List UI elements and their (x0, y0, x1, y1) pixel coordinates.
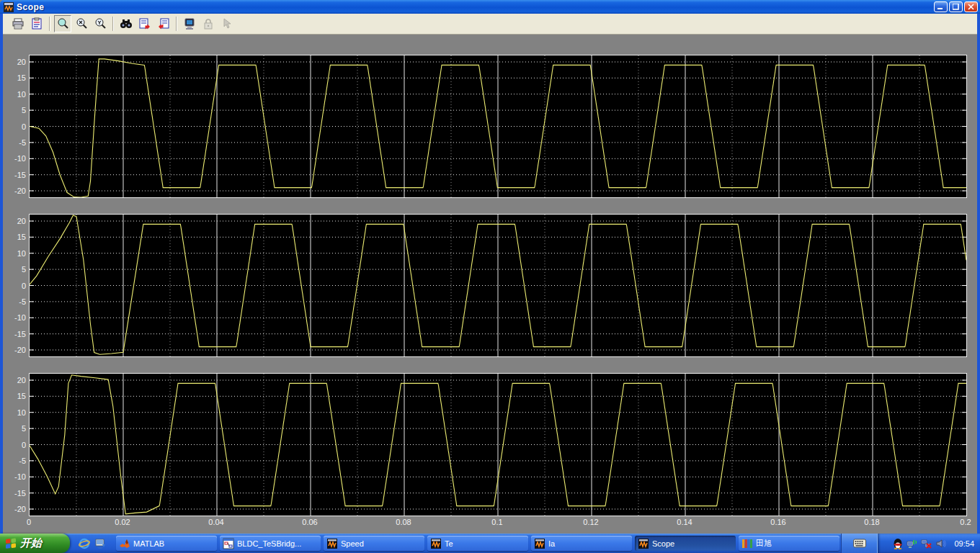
x-tick-label: 0.06 (294, 518, 326, 526)
matlab-icon (119, 538, 130, 549)
quick-launch-bar (70, 534, 115, 553)
taskbar-item-label: BLDC_TeSBridg... (237, 539, 301, 548)
y-tick-label: 0 (12, 122, 26, 131)
x-tick-label: 0.1 (481, 518, 513, 526)
scope-axes-3: 20151050-5-10-15-20 (12, 373, 967, 516)
y-tick-label: 5 (12, 424, 26, 433)
window-border-left (0, 14, 3, 534)
y-tick-label: 5 (12, 265, 26, 274)
taskbar-item-te[interactable]: Te (427, 536, 528, 551)
y-tick-label: -10 (12, 154, 26, 163)
save-axes-settings-button[interactable] (136, 15, 153, 32)
qq-icon[interactable] (892, 538, 904, 549)
y-tick-label: 20 (12, 217, 26, 225)
x-tick-label: 0 (13, 518, 45, 526)
minimize-button[interactable] (934, 1, 948, 12)
y-tick-label: -15 (12, 330, 26, 338)
y-tick-label: -20 (12, 346, 26, 354)
internet-explorer-icon[interactable] (79, 538, 90, 549)
y-tick-label: -20 (12, 505, 26, 513)
y-tick-label: 0 (12, 441, 26, 449)
y-tick-label: 15 (12, 73, 26, 82)
toolbar-separator (112, 17, 114, 31)
windows-logo-icon (5, 538, 17, 549)
scope-window-icon (4, 2, 14, 12)
simulink-model-icon (223, 538, 234, 549)
parameters-button[interactable] (28, 15, 45, 32)
show-desktop-icon[interactable] (94, 538, 106, 549)
maximize-button[interactable] (949, 1, 963, 12)
axes-plot-area-3[interactable] (29, 373, 967, 516)
x-tick-label: 0.02 (107, 518, 138, 526)
zoom-y-button[interactable] (92, 15, 109, 32)
y-tick-label: 0 (12, 282, 26, 290)
y-tick-label: 5 (12, 106, 26, 114)
system-tray: 09:54 (877, 534, 980, 553)
y-tick-label: -5 (12, 138, 26, 147)
scope-icon (534, 538, 545, 549)
taskbar-item-speed[interactable]: Speed (324, 536, 424, 551)
window-border-right (977, 14, 980, 534)
scope-toolbar (0, 14, 980, 35)
taskbar-item-label: Te (445, 539, 453, 548)
y-tick-label: -15 (12, 171, 26, 179)
volume-icon[interactable] (935, 538, 947, 549)
x-tick-label: 0.2 (950, 518, 980, 526)
taskbar-item-bldc-model[interactable]: BLDC_TeSBridg... (220, 536, 321, 551)
network-error-icon[interactable] (921, 538, 932, 549)
taskbar-item-scope[interactable]: Scope (635, 536, 736, 551)
taskbar-item-label: MATLAB (133, 539, 164, 548)
taskbar-item-label: Ia (548, 539, 555, 548)
restore-axes-settings-button[interactable] (155, 15, 172, 32)
y-tick-label: 20 (12, 376, 26, 385)
start-button[interactable]: 开始 (0, 534, 70, 553)
taskbar-item-ia[interactable]: Ia (531, 536, 632, 551)
x-tick-label: 0.12 (575, 518, 607, 526)
autoscale-button[interactable] (117, 15, 135, 32)
y-tick-label: 15 (12, 233, 26, 241)
y-tick-label: -20 (12, 186, 26, 195)
taskbar-item-label: Scope (652, 539, 674, 548)
network-activity-icon[interactable] (906, 538, 918, 549)
zoom-x-button[interactable] (73, 15, 90, 32)
taskbar-item-label: Speed (341, 539, 364, 548)
taskbar-item-tianxu[interactable]: 田旭 (739, 536, 839, 551)
lock-axes-button (200, 15, 217, 32)
y-tick-label: -15 (12, 489, 26, 498)
taskbar-item-label: 田旭 (756, 538, 772, 549)
floating-scope-button[interactable] (181, 15, 198, 32)
taskbar-clock: 09:54 (954, 539, 974, 548)
x-tick-label: 0.16 (762, 518, 794, 526)
y-tick-label: -5 (12, 297, 26, 306)
x-tick-label: 0.08 (388, 518, 419, 526)
folder-icon (741, 538, 753, 549)
toolbar-separator (49, 17, 50, 31)
print-button[interactable] (9, 15, 27, 32)
x-tick-label: 0.18 (856, 518, 888, 526)
y-tick-label: -10 (12, 472, 26, 481)
taskbar-item-matlab[interactable]: MATLAB (116, 536, 217, 551)
taskbar: 开始 MATLAB BLDC_TeSBridg... Speed Te Ia (0, 534, 980, 553)
language-bar[interactable] (841, 534, 877, 553)
scope-icon (430, 538, 442, 549)
axes-plot-area-2[interactable] (29, 214, 967, 357)
desktop: Scope (0, 0, 980, 553)
toolbar-separator (176, 17, 177, 31)
y-tick-label: 15 (12, 392, 26, 400)
axes-plot-area-1[interactable] (29, 55, 967, 198)
keyboard-icon (853, 539, 866, 549)
y-tick-label: -10 (12, 313, 26, 322)
x-tick-label: 0.14 (669, 518, 700, 526)
x-axis-tick-labels: 00.020.040.060.080.10.120.140.160.180.2 (12, 518, 977, 529)
close-button[interactable] (964, 1, 978, 12)
y-tick-label: 10 (12, 249, 26, 258)
scope-icon (638, 538, 649, 549)
scope-axes-2: 20151050-5-10-15-20 (12, 214, 967, 357)
scope-icon (326, 538, 338, 549)
y-tick-label: 20 (12, 58, 26, 66)
zoom-button[interactable] (54, 15, 71, 32)
scope-axes-1: 20151050-5-10-15-20 (12, 55, 967, 198)
y-tick-label: 10 (12, 90, 26, 99)
titlebar[interactable]: Scope (0, 0, 980, 14)
x-tick-label: 0.04 (200, 518, 232, 526)
